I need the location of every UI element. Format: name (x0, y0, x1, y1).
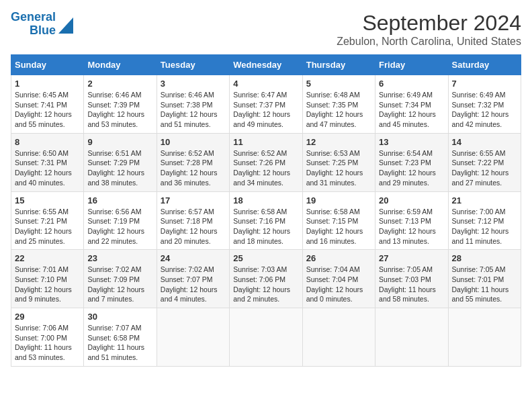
day-number: 29 (15, 312, 80, 322)
calendar-title: September 2024 (337, 11, 521, 36)
calendar-cell: 28Sunrise: 7:05 AMSunset: 7:01 PMDayligh… (448, 250, 521, 308)
day-info: Sunrise: 6:55 AMSunset: 7:21 PMDaylight:… (15, 207, 80, 246)
day-number: 5 (306, 79, 371, 89)
calendar-cell: 13Sunrise: 6:54 AMSunset: 7:23 PMDayligh… (375, 133, 448, 191)
day-info: Sunrise: 6:53 AMSunset: 7:25 PMDaylight:… (306, 148, 371, 188)
day-info: Sunrise: 6:45 AMSunset: 7:41 PMDaylight:… (15, 90, 80, 130)
calendar-cell: 24Sunrise: 7:02 AMSunset: 7:07 PMDayligh… (157, 250, 229, 308)
calendar-cell: 8Sunrise: 6:50 AMSunset: 7:31 PMDaylight… (11, 133, 84, 191)
day-number: 19 (306, 195, 371, 205)
day-number: 2 (87, 79, 152, 89)
day-number: 8 (15, 137, 80, 147)
day-number: 21 (452, 195, 517, 205)
calendar-cell: 30Sunrise: 7:07 AMSunset: 6:58 PMDayligh… (84, 308, 157, 367)
day-number: 3 (161, 79, 226, 89)
day-info: Sunrise: 6:47 AMSunset: 7:37 PMDaylight:… (233, 90, 298, 130)
day-number: 11 (233, 137, 298, 147)
calendar-cell: 17Sunrise: 6:57 AMSunset: 7:18 PMDayligh… (157, 191, 229, 250)
day-info: Sunrise: 7:02 AMSunset: 7:09 PMDaylight:… (87, 265, 152, 304)
day-number: 26 (306, 253, 371, 263)
col-header-friday: Friday (375, 55, 448, 75)
day-number: 15 (15, 195, 80, 205)
day-info: Sunrise: 6:46 AMSunset: 7:38 PMDaylight:… (161, 90, 226, 130)
calendar-cell: 23Sunrise: 7:02 AMSunset: 7:09 PMDayligh… (84, 250, 157, 308)
calendar-cell: 29Sunrise: 7:06 AMSunset: 7:00 PMDayligh… (11, 308, 84, 367)
day-info: Sunrise: 6:46 AMSunset: 7:39 PMDaylight:… (87, 90, 152, 130)
svg-marker-0 (58, 17, 73, 34)
calendar-cell: 16Sunrise: 6:56 AMSunset: 7:19 PMDayligh… (84, 191, 157, 250)
col-header-saturday: Saturday (448, 55, 521, 75)
calendar-table: SundayMondayTuesdayWednesdayThursdayFrid… (11, 54, 521, 367)
calendar-cell (230, 308, 302, 367)
day-number: 10 (161, 137, 226, 147)
day-number: 20 (379, 195, 444, 205)
day-info: Sunrise: 6:58 AMSunset: 7:16 PMDaylight:… (233, 207, 298, 246)
calendar-cell: 2Sunrise: 6:46 AMSunset: 7:39 PMDaylight… (84, 75, 157, 134)
day-number: 4 (233, 79, 298, 89)
day-number: 6 (379, 79, 444, 89)
day-info: Sunrise: 6:49 AMSunset: 7:34 PMDaylight:… (379, 90, 444, 130)
day-number: 23 (87, 253, 152, 263)
day-info: Sunrise: 6:58 AMSunset: 7:15 PMDaylight:… (306, 207, 371, 246)
calendar-cell: 14Sunrise: 6:55 AMSunset: 7:22 PMDayligh… (448, 133, 521, 191)
calendar-cell: 12Sunrise: 6:53 AMSunset: 7:25 PMDayligh… (302, 133, 375, 191)
title-block: September 2024 Zebulon, North Carolina, … (337, 11, 521, 48)
calendar-cell: 5Sunrise: 6:48 AMSunset: 7:35 PMDaylight… (302, 75, 375, 134)
col-header-thursday: Thursday (302, 55, 375, 75)
day-number: 12 (306, 137, 371, 147)
day-number: 7 (452, 79, 517, 89)
col-header-tuesday: Tuesday (157, 55, 229, 75)
day-number: 28 (452, 253, 517, 263)
day-info: Sunrise: 7:04 AMSunset: 7:04 PMDaylight:… (306, 265, 371, 304)
calendar-cell: 6Sunrise: 6:49 AMSunset: 7:34 PMDaylight… (375, 75, 448, 134)
day-info: Sunrise: 6:49 AMSunset: 7:32 PMDaylight:… (452, 90, 517, 130)
day-number: 22 (15, 253, 80, 263)
logo-text: General (11, 11, 56, 24)
calendar-cell: 7Sunrise: 6:49 AMSunset: 7:32 PMDaylight… (448, 75, 521, 134)
page-header: General Blue September 2024 Zebulon, Nor… (11, 11, 521, 48)
day-info: Sunrise: 6:48 AMSunset: 7:35 PMDaylight:… (306, 90, 371, 130)
calendar-cell: 15Sunrise: 6:55 AMSunset: 7:21 PMDayligh… (11, 191, 84, 250)
calendar-cell: 9Sunrise: 6:51 AMSunset: 7:29 PMDaylight… (84, 133, 157, 191)
day-info: Sunrise: 6:54 AMSunset: 7:23 PMDaylight:… (379, 148, 444, 188)
calendar-cell: 11Sunrise: 6:52 AMSunset: 7:26 PMDayligh… (230, 133, 302, 191)
col-header-monday: Monday (84, 55, 157, 75)
calendar-cell: 21Sunrise: 7:00 AMSunset: 7:12 PMDayligh… (448, 191, 521, 250)
day-info: Sunrise: 6:52 AMSunset: 7:26 PMDaylight:… (233, 148, 298, 188)
col-header-sunday: Sunday (11, 55, 84, 75)
calendar-cell: 25Sunrise: 7:03 AMSunset: 7:06 PMDayligh… (230, 250, 302, 308)
day-number: 16 (87, 195, 152, 205)
day-info: Sunrise: 6:52 AMSunset: 7:28 PMDaylight:… (161, 148, 226, 188)
logo-icon (58, 15, 73, 34)
day-info: Sunrise: 6:51 AMSunset: 7:29 PMDaylight:… (87, 148, 152, 188)
day-number: 24 (161, 253, 226, 263)
day-number: 14 (452, 137, 517, 147)
day-info: Sunrise: 7:06 AMSunset: 7:00 PMDaylight:… (15, 323, 80, 363)
day-info: Sunrise: 6:56 AMSunset: 7:19 PMDaylight:… (87, 207, 152, 246)
day-info: Sunrise: 7:01 AMSunset: 7:10 PMDaylight:… (15, 265, 80, 304)
day-info: Sunrise: 7:07 AMSunset: 6:58 PMDaylight:… (87, 323, 152, 363)
day-number: 1 (15, 79, 80, 89)
day-info: Sunrise: 6:57 AMSunset: 7:18 PMDaylight:… (161, 207, 226, 246)
calendar-cell (375, 308, 448, 367)
calendar-cell: 19Sunrise: 6:58 AMSunset: 7:15 PMDayligh… (302, 191, 375, 250)
calendar-cell: 22Sunrise: 7:01 AMSunset: 7:10 PMDayligh… (11, 250, 84, 308)
day-number: 30 (87, 312, 152, 322)
calendar-cell: 3Sunrise: 6:46 AMSunset: 7:38 PMDaylight… (157, 75, 229, 134)
calendar-cell (302, 308, 375, 367)
day-info: Sunrise: 6:55 AMSunset: 7:22 PMDaylight:… (452, 148, 517, 188)
calendar-cell: 26Sunrise: 7:04 AMSunset: 7:04 PMDayligh… (302, 250, 375, 308)
calendar-cell: 10Sunrise: 6:52 AMSunset: 7:28 PMDayligh… (157, 133, 229, 191)
calendar-cell (448, 308, 521, 367)
day-info: Sunrise: 6:50 AMSunset: 7:31 PMDaylight:… (15, 148, 80, 188)
calendar-cell: 1Sunrise: 6:45 AMSunset: 7:41 PMDaylight… (11, 75, 84, 134)
day-info: Sunrise: 7:03 AMSunset: 7:06 PMDaylight:… (233, 265, 298, 304)
col-header-wednesday: Wednesday (230, 55, 302, 75)
day-number: 18 (233, 195, 298, 205)
logo-text2: Blue (30, 24, 56, 38)
calendar-cell (157, 308, 229, 367)
day-number: 13 (379, 137, 444, 147)
calendar-cell: 27Sunrise: 7:05 AMSunset: 7:03 PMDayligh… (375, 250, 448, 308)
calendar-cell: 4Sunrise: 6:47 AMSunset: 7:37 PMDaylight… (230, 75, 302, 134)
calendar-subtitle: Zebulon, North Carolina, United States (337, 36, 521, 48)
